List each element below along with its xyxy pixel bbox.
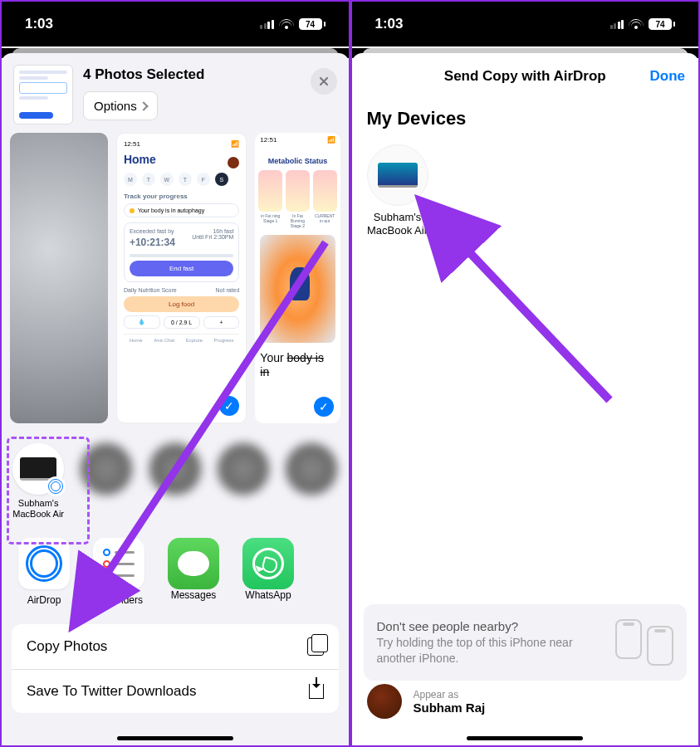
reminders-icon — [103, 549, 135, 579]
airdrop-contact-blurred[interactable] — [215, 443, 272, 498]
airdrop-contact-blurred[interactable] — [147, 443, 203, 498]
done-button[interactable]: Done — [650, 68, 686, 85]
battery-icon: 74 — [299, 18, 326, 30]
action-copy-photos[interactable]: Copy Photos — [12, 624, 339, 670]
battery-icon: 74 — [649, 18, 675, 30]
app-messages[interactable]: Messages — [168, 538, 219, 606]
wifi-icon — [279, 19, 294, 29]
cellular-icon — [610, 20, 624, 29]
phones-illustration — [615, 619, 673, 666]
status-time: 1:03 — [25, 16, 53, 32]
options-button[interactable]: Options — [83, 91, 158, 120]
chevron-right-icon — [139, 101, 148, 110]
nearby-hint: Don't see people nearby? Try holding the… — [364, 604, 688, 681]
airdrop-screen: 1:03 74 Send Copy with AirDrop Done My D… — [350, 0, 701, 747]
app-whatsapp[interactable]: WhatsApp — [242, 538, 294, 606]
home-indicator[interactable] — [117, 736, 233, 740]
airdrop-icon — [46, 476, 66, 496]
download-icon — [309, 684, 324, 699]
selection-thumbnail — [13, 65, 73, 124]
status-time: 1:03 — [375, 16, 404, 32]
preview-photo-1[interactable] — [10, 133, 108, 423]
airdrop-contact-blurred[interactable] — [283, 443, 340, 498]
annotation-arrow — [435, 226, 651, 445]
app-airdrop[interactable]: AirDrop — [18, 538, 70, 606]
app-reminders[interactable]: Reminders — [93, 538, 144, 606]
share-actions: Copy Photos Save To Twitter Downloads — [12, 624, 339, 713]
header: Send Copy with AirDrop Done — [352, 53, 699, 100]
copy-icon — [307, 637, 324, 656]
page-title: Send Copy with AirDrop — [444, 68, 606, 85]
avatar — [367, 684, 402, 719]
wifi-icon — [629, 19, 644, 29]
share-title: 4 Photos Selected — [83, 66, 301, 83]
checkmark-icon: ✓ — [314, 397, 334, 417]
status-bar: 1:03 74 — [2, 2, 349, 46]
airdrop-contact-macbook[interactable]: Subham's MacBook Air — [10, 443, 66, 520]
home-indicator[interactable] — [467, 736, 583, 740]
share-apps: AirDrop Reminders Messages WhatsApp — [2, 535, 349, 616]
airdrop-contacts: Subham's MacBook Air — [2, 432, 349, 535]
hint-subtitle: Try holding the top of this iPhone near … — [377, 635, 605, 665]
device-macbook[interactable]: Subham's MacBook Air — [367, 144, 428, 238]
preview-photo-3[interactable]: 12:51📶 Metabolic Status in Fat ning Stag… — [255, 133, 340, 423]
whatsapp-icon — [242, 538, 294, 589]
airdrop-icon — [26, 545, 62, 582]
action-save-twitter[interactable]: Save To Twitter Downloads — [12, 670, 339, 713]
section-title: My Devices — [352, 100, 699, 138]
share-sheet-screen: 1:03 74 4 Photos Selected Options — [0, 0, 350, 747]
preview-photo-2[interactable]: 12:51📶 Home MTWTFS Track your progress Y… — [116, 133, 247, 423]
photo-previews: 12:51📶 Home MTWTFS Track your progress Y… — [2, 133, 349, 432]
messages-icon — [168, 538, 219, 589]
appear-as-row[interactable]: Appear as Subham Raj — [364, 679, 688, 724]
cellular-icon — [260, 20, 274, 29]
checkmark-icon: ✓ — [219, 396, 239, 416]
status-bar: 1:03 74 — [352, 2, 699, 46]
hint-title: Don't see people nearby? — [377, 619, 605, 633]
airdrop-contact-blurred[interactable] — [78, 443, 135, 498]
close-button[interactable] — [311, 68, 337, 95]
svg-line-1 — [460, 242, 609, 400]
